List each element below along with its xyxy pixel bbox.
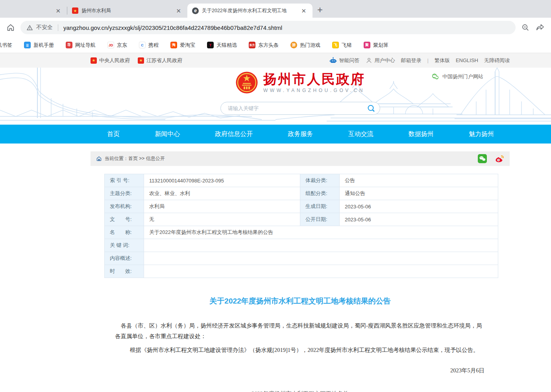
search-input[interactable] (227, 105, 366, 112)
accessible-link[interactable]: 无障碍阅读 (484, 57, 510, 64)
mail-login-link[interactable]: 邮箱登录 (401, 57, 422, 64)
content-area: 当前位置：首页 >> 信息公开 索 引 号: 11321000014407098… (91, 151, 510, 392)
smart-qa-label: 智能问答 (339, 57, 360, 64)
bookmark-label: 聚划算 (373, 42, 388, 49)
meta-label: 发布机构: (105, 200, 144, 213)
search-icon[interactable] (366, 104, 376, 113)
bookmark-item[interactable]: 导 网址导航 (66, 42, 96, 49)
bookmark-label: 爱淘宝 (180, 42, 195, 49)
article-paragraph: 根据《扬州市水利工程文明工地建设管理办法》（扬水规[2019]1号），2022年… (115, 345, 485, 355)
tab-close-icon[interactable]: ✕ (174, 7, 183, 15)
meta-value (144, 265, 498, 278)
meta-label: 关 键 词: (105, 239, 144, 252)
table-row: 内容概述: (105, 252, 498, 265)
meta-label: 内容概述: (105, 252, 144, 265)
article-title: 关于2022年度扬州市水利工程文明工地考核结果的公告 (115, 296, 485, 306)
taobao-icon: 淘 (170, 42, 177, 48)
user-center-link[interactable]: 用户中心 (366, 57, 395, 64)
gov-emblem-icon: ★ (72, 7, 78, 14)
security-label: 不安全 (36, 24, 53, 31)
meta-value (144, 239, 498, 252)
tab-title: 扬州市水利局 (81, 7, 174, 14)
zoom-out-icon[interactable] (521, 23, 530, 32)
nav-site-icon: 导 (66, 42, 72, 48)
document-meta-table: 索 引 号: 11321000014407098E-2023-095 体裁分类:… (104, 174, 498, 278)
nav-item-data[interactable]: 数据扬州 (409, 130, 434, 138)
bookmark-label: 机书签 (0, 42, 12, 49)
bookmark-item[interactable]: 游 热门游戏 (290, 42, 320, 49)
bookmark-item[interactable]: ≣ 新机手册 (24, 42, 54, 49)
bookmark-item[interactable]: 飞 飞猪 (332, 42, 352, 49)
bookmark-item[interactable]: C 携程 (139, 42, 159, 49)
jiangsu-gov-link[interactable]: ★ 江苏省人民政府 (138, 57, 182, 64)
topbar-divider: | (427, 57, 429, 63)
meta-value: 水利局 (144, 200, 300, 213)
bookmark-item[interactable]: JD 京东 (107, 42, 127, 49)
home-icon[interactable] (6, 23, 15, 32)
manual-icon: ≣ (24, 42, 31, 48)
jd-icon: JD (107, 42, 114, 48)
nav-item-services[interactable]: 政务服务 (288, 130, 313, 138)
tab-water-bureau[interactable]: ★ 扬州市水利局 ✕ (67, 4, 187, 18)
url-text: yangzhou.gov.cn/yzszxxgk/slj/202305/210c… (63, 24, 282, 31)
bookmark-label: 新机手册 (33, 42, 54, 49)
wechat-icon (431, 73, 439, 81)
bookmark-label: 携程 (148, 42, 159, 49)
english-link[interactable]: ENGLISH (456, 57, 478, 63)
new-tab-button[interactable]: + (317, 5, 323, 15)
traditional-link[interactable]: 繁体版 (435, 57, 450, 64)
bookmark-item[interactable]: 机书签 (0, 42, 12, 49)
tab-active-announcement[interactable]: e 关于2022年度扬州市水利工程文明工地 ✕ (187, 4, 312, 18)
tab-partial[interactable]: ✕ (0, 4, 67, 18)
site-favicon-icon: e (192, 7, 199, 14)
url-divider (58, 24, 58, 31)
gov-top-bar: ★ 中央人民政府 ★ 江苏省人民政府 智能问答 用户中心 邮箱登录 | 繁体版 … (0, 53, 551, 68)
meta-label: 生成日期: (300, 200, 340, 213)
breadcrumb: 当前位置：首页 >> 信息公开 (91, 151, 510, 166)
meta-label: 文 号: (105, 213, 144, 226)
tab-close-icon[interactable]: ✕ (54, 7, 62, 15)
tab-close-icon[interactable]: ✕ (300, 7, 308, 15)
wechat-portal-label: 中国扬州门户网站 (442, 73, 483, 80)
nav-item-info-disclosure[interactable]: 政府信息公开 (215, 130, 253, 138)
smart-qa-link[interactable]: 智能问答 (329, 57, 360, 64)
site-name: 扬州市人民政府 (263, 72, 365, 86)
juhuasuan-icon: 聚 (364, 42, 370, 48)
meta-value (144, 252, 498, 265)
breadcrumb-text[interactable]: 当前位置：首页 >> 信息公开 (105, 155, 165, 162)
meta-value: 通知公告 (340, 187, 498, 200)
table-row: 主题分类: 农业、林业、水利 组配分类: 通知公告 (105, 187, 498, 200)
bookmark-item[interactable]: 东方 东方头条 (249, 42, 279, 49)
bookmark-item[interactable]: 淘 爱淘宝 (170, 42, 195, 49)
nav-item-charm[interactable]: 魅力扬州 (469, 130, 494, 138)
bookmark-label: 京东 (117, 42, 127, 49)
address-bar[interactable]: 不安全 yangzhou.gov.cn/yzszxxgk/slj/202305/… (20, 21, 516, 34)
breadcrumb-home-icon[interactable] (96, 156, 102, 162)
bookmark-label: 东方头条 (258, 42, 279, 49)
user-icon (366, 57, 372, 64)
main-nav: 首页 新闻中心 政府信息公开 政务服务 互动交流 数据扬州 魅力扬州 (0, 125, 551, 144)
tab-strip: ✕ ★ 扬州市水利局 ✕ e 关于2022年度扬州市水利工程文明工地 ✕ + (0, 0, 551, 18)
bookmark-item[interactable]: 聚 聚划算 (364, 42, 388, 49)
bookmark-item[interactable]: T 天猫精选 (207, 42, 237, 49)
central-gov-link[interactable]: ★ 中央人民政府 (91, 57, 130, 64)
not-secure-warning-icon[interactable] (27, 25, 33, 31)
bookmark-label: 飞猪 (342, 42, 352, 49)
user-center-label: 用户中心 (375, 57, 395, 64)
site-search[interactable] (220, 102, 380, 115)
nav-item-interaction[interactable]: 互动交流 (348, 130, 373, 138)
wechat-portal-link[interactable]: 中国扬州门户网站 (431, 73, 483, 81)
table-row: 关 键 词: (105, 239, 498, 252)
meta-label: 索 引 号: (105, 174, 144, 187)
site-logo[interactable]: 扬州市人民政府 WWW.YANGZHOU.GOV.CN (235, 71, 365, 94)
nav-item-home[interactable]: 首页 (107, 130, 120, 138)
wechat-share-icon[interactable] (478, 154, 487, 163)
nav-item-news[interactable]: 新闻中心 (155, 130, 180, 138)
share-icon[interactable] (535, 23, 545, 32)
tmall-icon: T (207, 42, 214, 48)
table-row: 文 号: 无 公开日期: 2023-05-06 (105, 213, 498, 226)
national-emblem-icon (235, 71, 258, 94)
weibo-share-icon[interactable] (495, 154, 504, 164)
ctrip-icon: C (139, 42, 146, 48)
meta-label: 体裁分类: (300, 174, 340, 187)
